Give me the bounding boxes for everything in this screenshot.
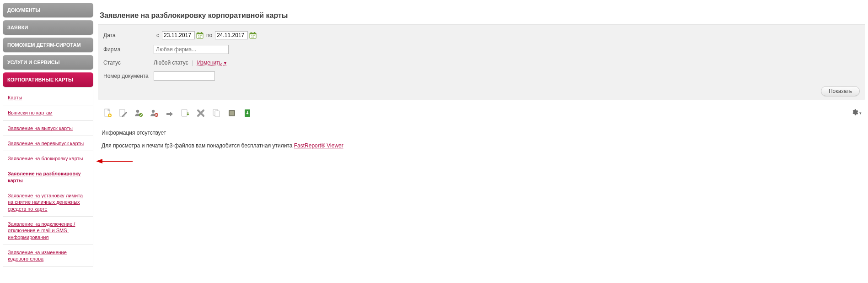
sub-card-cash-limit-request[interactable]: Заявление на установку лимита на снятие … — [3, 188, 93, 216]
toolbar-new-icon[interactable] — [102, 107, 113, 119]
svg-rect-20 — [215, 111, 220, 117]
toolbar-unsign-icon[interactable] — [148, 107, 160, 119]
chevron-down-icon: ▾ — [859, 111, 862, 115]
svg-rect-22 — [230, 111, 234, 115]
show-button[interactable]: Показать — [821, 86, 860, 96]
results-area: Информация отсутствует Для просмотра и п… — [98, 122, 865, 163]
toolbar-export-icon[interactable] — [241, 107, 253, 119]
filter-date-from-prefix: с — [156, 32, 159, 38]
filter-panel: Дата с 17 по 17 Фирма Статус Любой стату… — [98, 25, 865, 100]
chevron-down-icon: ▼ — [223, 61, 227, 65]
sub-card-notify-request[interactable]: Заявление на подключение / отключение e-… — [3, 216, 93, 245]
gear-icon — [851, 109, 858, 117]
results-helper-text: Для просмотра и печати fp3-файлов вам по… — [102, 142, 294, 149]
svg-rect-2 — [198, 32, 198, 33]
svg-rect-18 — [182, 109, 187, 116]
svg-text:17: 17 — [198, 35, 202, 38]
filter-docnum-label: Номер документа — [103, 73, 154, 79]
svg-point-14 — [136, 110, 139, 113]
toolbar-edit-icon[interactable] — [117, 107, 129, 119]
toolbar-sign-icon[interactable] — [133, 107, 145, 119]
svg-text:17: 17 — [251, 35, 255, 38]
filter-status-change-label: Изменить — [197, 60, 222, 66]
filter-firm-label: Фирма — [103, 46, 154, 53]
page-title: Заявление на разблокировку корпоративной… — [98, 8, 865, 25]
main-content: Заявление на разблокировку корпоративной… — [98, 3, 865, 267]
nav-requests[interactable]: ЗАЯВКИ — [3, 20, 93, 35]
filter-status-change-link[interactable]: Изменить▼ — [197, 60, 227, 66]
nav-corporate-cards-submenu: Карты Выписки по картам Заявление на вып… — [3, 90, 93, 267]
filter-docnum-input[interactable] — [154, 71, 215, 81]
filter-firm-input[interactable] — [154, 45, 229, 54]
nav-services[interactable]: УСЛУГИ И СЕРВИСЫ — [3, 55, 93, 70]
toolbar-delete-icon[interactable] — [195, 107, 207, 119]
sub-card-block-request[interactable]: Заявление на блокировку карты — [3, 151, 93, 166]
filter-date-label: Дата — [103, 32, 154, 38]
toolbar-print-icon[interactable] — [226, 107, 238, 119]
sub-card-issue-request[interactable]: Заявление на выпуск карты — [3, 120, 93, 136]
svg-point-16 — [152, 110, 155, 113]
nav-corporate-cards[interactable]: КОРПОРАТИВНЫЕ КАРТЫ — [3, 72, 93, 87]
filter-date-from-input[interactable] — [162, 31, 195, 39]
settings-menu-button[interactable]: ▾ — [851, 109, 862, 117]
sub-cards[interactable]: Карты — [3, 90, 93, 105]
sub-card-unblock-request[interactable]: Заявление на разблокировку карты — [3, 166, 93, 188]
filter-status-label: Статус — [103, 60, 154, 66]
sub-card-codeword-request[interactable]: Заявление на изменение кодового слова — [3, 245, 93, 267]
calendar-icon[interactable]: 17 — [196, 32, 204, 39]
svg-rect-3 — [201, 32, 202, 33]
filter-date-to-input[interactable] — [215, 31, 248, 39]
filter-status-separator: | — [192, 60, 193, 66]
toolbar — [102, 107, 253, 119]
toolbar-copy-icon[interactable] — [210, 107, 222, 119]
toolbar-send-icon[interactable] — [164, 107, 176, 119]
svg-rect-8 — [254, 32, 255, 33]
nav-charity[interactable]: ПОМОЖЕМ ДЕТЯМ-СИРОТАМ — [3, 38, 93, 52]
filter-status-value: Любой статус — [154, 60, 188, 66]
calendar-icon[interactable]: 17 — [249, 32, 257, 39]
sub-card-reissue-request[interactable]: Заявление на перевыпуск карты — [3, 136, 93, 151]
sub-card-statements[interactable]: Выписки по картам — [3, 105, 93, 120]
fastreport-viewer-link[interactable]: FastReport® Viewer — [294, 142, 343, 149]
toolbar-import-icon[interactable] — [179, 107, 191, 119]
results-empty-text: Информация отсутствует — [102, 130, 862, 136]
nav-documents[interactable]: ДОКУМЕНТЫ — [3, 3, 93, 17]
svg-rect-7 — [251, 32, 252, 33]
filter-date-to-prefix: по — [206, 32, 212, 38]
sidebar: ДОКУМЕНТЫ ЗАЯВКИ ПОМОЖЕМ ДЕТЯМ-СИРОТАМ У… — [3, 3, 93, 267]
